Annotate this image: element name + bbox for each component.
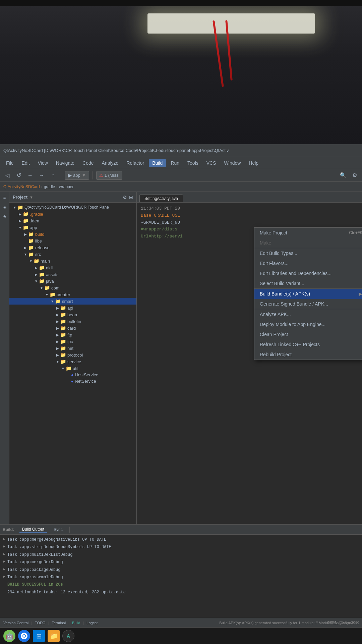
panel-layout-icon[interactable]: ⊞ <box>129 195 133 200</box>
tree-item-service[interactable]: ▼ 📁 service <box>9 358 136 365</box>
ide-window: QtActivityNoSDCard [D:\WORK\CR Touch Pan… <box>0 144 362 644</box>
tree-item-ftp[interactable]: ▶ 📁 ftp <box>9 331 136 338</box>
toolbar-nav-back[interactable]: ← <box>25 171 35 180</box>
taskbar-folder-icon[interactable]: 📁 <box>48 630 60 642</box>
tree-item-util[interactable]: ▼ 📁 util <box>9 365 136 372</box>
menu-vcs[interactable]: VCS <box>203 159 220 167</box>
terminal-label[interactable]: Terminal <box>52 621 66 625</box>
breadcrumb-1[interactable]: QtActivityNoSDCard <box>3 184 40 189</box>
tree-item-com[interactable]: ▼ 📁 com <box>9 284 136 291</box>
menu-analyze-apk[interactable]: Analyze APK... <box>254 309 362 319</box>
build-arrow-5[interactable]: ▶ <box>3 567 5 572</box>
toolbar-search[interactable]: 🔍 <box>339 171 348 180</box>
menu-edit-libraries[interactable]: Edit Libraries and Dependencies... <box>254 268 362 278</box>
taskbar-android-icon[interactable]: 🤖 <box>3 630 15 642</box>
menu-refactor[interactable]: Refactor <box>123 159 147 167</box>
menu-rebuild[interactable]: Rebuild Project <box>254 350 362 360</box>
menu-clean-project[interactable]: Clean Project <box>254 329 362 339</box>
build-arrow-6[interactable]: ▶ <box>3 574 5 580</box>
menu-build-bundles[interactable]: Build Bundle(s) / APK(s) ▶ <box>254 288 362 299</box>
build-arrow-1[interactable]: ▶ <box>3 536 5 542</box>
tree-item-smart[interactable]: ▼ 📁 smart <box>9 298 136 305</box>
version-control-label[interactable]: Version Control <box>3 621 28 625</box>
menu-make[interactable]: Make <box>254 238 362 248</box>
menu-navigate[interactable]: Navigate <box>53 159 78 167</box>
menu-view[interactable]: View <box>35 159 51 167</box>
tree-item-build[interactable]: ▶ 📁 build <box>9 231 136 237</box>
toolbar-settings[interactable]: ⚙ <box>350 171 359 180</box>
menu-edit-flavors[interactable]: Edit Flavors... <box>254 258 362 268</box>
toolbar-nav-fwd[interactable]: → <box>37 171 46 180</box>
build-success-text: BUILD SUCCESSFUL in 26s <box>7 581 63 588</box>
tree-item-java[interactable]: ▼ 📁 java <box>9 278 136 284</box>
menu-analyze[interactable]: Analyze <box>99 159 122 167</box>
tree-item-bulletin[interactable]: ▶ 📁 bulletin <box>9 318 136 325</box>
tree-item-bean[interactable]: ▶ 📁 bean <box>9 311 136 318</box>
menu-make-project[interactable]: Make Project Ctrl+F9 <box>254 228 362 238</box>
tree-item-libs[interactable]: 📁 libs <box>9 237 136 244</box>
build-arrow-4[interactable]: ▶ <box>3 559 5 565</box>
todo-label[interactable]: TODO <box>35 621 46 625</box>
build-output-tab[interactable]: Build Output <box>19 526 47 533</box>
structure-btn[interactable]: ≡ <box>1 194 8 201</box>
build-arrow-3[interactable]: ▶ <box>3 551 5 557</box>
tree-item-card[interactable]: ▶ 📁 card <box>9 325 136 331</box>
taskbar-windows-icon[interactable]: ⊞ <box>33 630 45 642</box>
menu-refresh-cpp[interactable]: Refresh Linked C++ Projects <box>254 339 362 350</box>
tree-item-idea[interactable]: ▶ 📁 .idea <box>9 217 136 224</box>
sync-tab[interactable]: Sync <box>51 527 65 533</box>
toolbar-sep-1 <box>61 171 61 179</box>
context-menu-overlay: Make Project Ctrl+F9 Make Edit Build Typ… <box>137 192 362 644</box>
breadcrumb-3[interactable]: wrapper <box>59 184 73 189</box>
menu-run[interactable]: Run <box>167 159 183 167</box>
tree-card-label: card <box>67 326 76 331</box>
tree-item-creater[interactable]: ▼ 📁 creater <box>9 291 136 298</box>
tree-item-gradle-root[interactable]: ▶ 📁 .gradle <box>9 211 136 217</box>
tree-item-main[interactable]: ▼ 📁 main <box>9 258 136 264</box>
menu-help[interactable]: Help <box>245 159 262 167</box>
favorites-btn[interactable]: ★ <box>1 213 8 220</box>
tree-item-release[interactable]: ▶ 📁 release <box>9 244 136 251</box>
menu-file[interactable]: File <box>3 159 17 167</box>
taskbar-ide-icon[interactable]: A <box>62 630 74 642</box>
build-variants-btn[interactable]: ◈ <box>1 203 8 211</box>
toolbar-arrow-up[interactable]: ↑ <box>48 171 58 180</box>
panel-dropdown-arrow[interactable]: ▼ <box>29 195 33 199</box>
menu-build[interactable]: Build <box>149 159 166 167</box>
tree-item-app[interactable]: ▼ 📁 app <box>9 224 136 231</box>
tree-root-arrow: ▼ <box>12 206 17 209</box>
tree-main-icon: 📁 <box>34 258 39 264</box>
menu-edit-build-types[interactable]: Edit Build Types... <box>254 248 362 258</box>
tree-item-ipc[interactable]: ▶ 📁 ipc <box>9 338 136 345</box>
tree-item-hostservice[interactable]: ● HostService <box>9 372 136 378</box>
build-status-label[interactable]: Build <box>72 621 80 625</box>
toolbar-refresh-btn[interactable]: ↺ <box>14 171 23 180</box>
panel-gear-icon[interactable]: ⚙ <box>123 195 127 200</box>
taskbar-chrome-icon[interactable] <box>18 630 30 642</box>
tree-root[interactable]: ▼ 📁 QtActivityNoSDCard D:\WORK\CR Touch … <box>9 204 136 211</box>
menu-select-variant[interactable]: Select Build Variant... <box>254 278 362 288</box>
tree-item-assets[interactable]: ▶ 📁 assets <box>9 271 136 278</box>
menu-deploy-module[interactable]: Deploy Module to App Engine... <box>254 319 362 329</box>
breadcrumb-2[interactable]: gradle <box>44 184 55 189</box>
tree-item-net[interactable]: ▶ 📁 net <box>9 345 136 352</box>
breadcrumb-sep-1: › <box>41 184 43 189</box>
logcat-label[interactable]: Logcat <box>86 621 98 625</box>
build-arrow-2[interactable]: ▶ <box>3 544 5 549</box>
menu-generate-signed[interactable]: Generate Signed Bundle / APK... <box>254 299 362 309</box>
tree-item-protocol[interactable]: ▶ 📁 protocol <box>9 352 136 358</box>
tree-item-api[interactable]: ▶ 📁 api <box>9 305 136 311</box>
toolbar-back-btn[interactable]: ◁ <box>3 171 12 180</box>
tree-idea-arrow: ▶ <box>17 219 23 223</box>
menu-tools[interactable]: Tools <box>184 159 202 167</box>
tree-ipc-label: ipc <box>67 339 73 344</box>
issues-badge[interactable]: ⚠ 1 (Missi <box>96 171 123 180</box>
tree-item-src[interactable]: ▼ 📁 src <box>9 251 136 258</box>
tree-item-netservice[interactable]: ● NetService <box>9 378 136 384</box>
app-selector[interactable]: ▶ app ▼ <box>65 171 89 180</box>
menu-window[interactable]: Window <box>221 159 244 167</box>
tree-item-aidl[interactable]: ▶ 📁 aidl <box>9 264 136 271</box>
menu-code[interactable]: Code <box>79 159 97 167</box>
tree-ftp-arrow: ▶ <box>55 333 60 337</box>
menu-edit[interactable]: Edit <box>18 159 33 167</box>
